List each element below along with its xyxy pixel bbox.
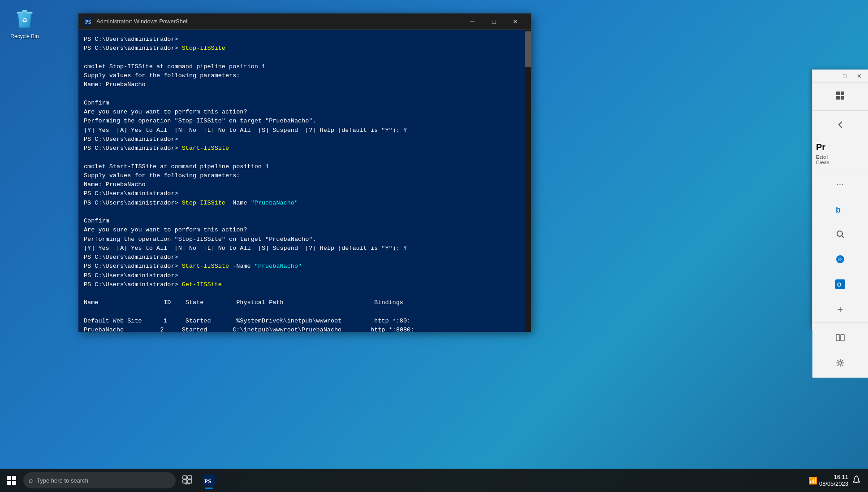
browser-settings-icon[interactable] bbox=[830, 353, 851, 373]
taskbar-sys-icons: 📶 bbox=[808, 476, 817, 485]
svg-rect-7 bbox=[836, 96, 840, 100]
taskbar-time: 16:11 bbox=[819, 474, 848, 480]
ps-minimize-button[interactable]: ─ bbox=[462, 14, 483, 29]
taskbar-search-text: Type here to search bbox=[37, 477, 88, 484]
svg-point-18 bbox=[839, 361, 842, 364]
svg-rect-20 bbox=[188, 476, 192, 479]
browser-search-icon[interactable] bbox=[830, 224, 851, 244]
taskbar-date: 08/05/2023 bbox=[819, 480, 848, 487]
svg-rect-19 bbox=[183, 476, 187, 479]
recycle-bin-icon[interactable]: ♻ Recycle Bin bbox=[7, 4, 43, 39]
ps-close-button[interactable]: ✕ bbox=[505, 14, 526, 29]
browser-panel-title: Pr bbox=[816, 142, 864, 152]
svg-rect-8 bbox=[841, 96, 844, 100]
browser-copilot-icon[interactable]: ∞ bbox=[830, 249, 851, 270]
browser-sidebar-collections[interactable] bbox=[830, 85, 851, 106]
powershell-window: PS Administrator: Windows PowerShell ─ □… bbox=[78, 13, 531, 332]
ps-scrollbar-thumb[interactable] bbox=[525, 31, 531, 67]
svg-rect-5 bbox=[836, 91, 840, 95]
svg-rect-16 bbox=[836, 335, 840, 341]
browser-window: □ ✕ bbox=[812, 70, 868, 330]
browser-outlook-icon[interactable]: O bbox=[830, 274, 851, 295]
browser-maximize-button[interactable]: □ bbox=[838, 70, 851, 82]
taskbar-clock[interactable]: 16:11 08/05/2023 bbox=[819, 474, 848, 487]
taskbar-powershell-app[interactable]: PS bbox=[199, 470, 219, 490]
svg-line-11 bbox=[842, 236, 844, 238]
start-button[interactable] bbox=[2, 470, 22, 490]
svg-text:O: O bbox=[837, 282, 841, 288]
taskbar-apps: PS bbox=[199, 470, 805, 490]
ps-scrollbar[interactable] bbox=[525, 30, 531, 332]
notification-center-button[interactable] bbox=[850, 473, 863, 488]
svg-rect-17 bbox=[841, 335, 844, 341]
ps-content: PS C:\Users\administrador> PS C:\Users\a… bbox=[80, 33, 529, 332]
browser-panel-subtext: Esto i bbox=[816, 154, 864, 160]
svg-rect-1 bbox=[22, 10, 27, 12]
network-icon[interactable]: 📶 bbox=[808, 476, 817, 485]
ps-maximize-button[interactable]: □ bbox=[484, 14, 504, 29]
desktop: ♻ Recycle Bin PS Administrator: Windows … bbox=[0, 0, 868, 492]
taskbar: ⌕ Type here to search PS bbox=[0, 469, 868, 492]
svg-rect-6 bbox=[841, 91, 844, 95]
taskbar-search[interactable]: ⌕ Type here to search bbox=[23, 472, 176, 488]
taskbar-search-icon: ⌕ bbox=[29, 476, 33, 484]
task-view-button[interactable] bbox=[177, 470, 197, 490]
recycle-bin-label: Recycle Bin bbox=[10, 33, 39, 39]
svg-rect-22 bbox=[188, 480, 192, 483]
svg-text:b: b bbox=[836, 205, 841, 214]
svg-text:PS: PS bbox=[204, 478, 211, 484]
svg-text:♻: ♻ bbox=[22, 17, 28, 24]
ps-window-controls: ─ □ ✕ bbox=[462, 14, 526, 29]
browser-titlebar: □ ✕ bbox=[812, 70, 868, 82]
browser-more-icon[interactable]: ··· bbox=[830, 174, 851, 194]
task-view-icon bbox=[182, 475, 192, 485]
svg-rect-21 bbox=[183, 480, 187, 483]
taskbar-system-tray: 📶 16:11 08/05/2023 bbox=[805, 473, 866, 488]
browser-bing-icon[interactable]: b bbox=[830, 199, 851, 219]
windows-logo bbox=[7, 476, 16, 485]
browser-split-screen-icon[interactable] bbox=[830, 327, 851, 348]
browser-back-button[interactable] bbox=[830, 114, 851, 135]
svg-text:PS: PS bbox=[85, 19, 91, 25]
browser-panel-extra: Crean bbox=[816, 160, 864, 165]
browser-add-icon[interactable]: + bbox=[830, 299, 851, 320]
recycle-bin-svg: ♻ bbox=[11, 4, 38, 31]
ps-titlebar: PS Administrator: Windows PowerShell ─ □… bbox=[78, 13, 531, 30]
browser-sidebar: Pr Esto i Crean ··· b bbox=[812, 82, 868, 378]
svg-text:∞: ∞ bbox=[838, 256, 842, 262]
ps-title: Administrator: Windows PowerShell bbox=[96, 18, 462, 25]
ps-body[interactable]: PS C:\Users\administrador> PS C:\Users\a… bbox=[78, 30, 531, 332]
ps-titlebar-icon: PS bbox=[84, 17, 93, 26]
browser-panel-content: Pr Esto i Crean bbox=[812, 139, 868, 169]
browser-close-button[interactable]: ✕ bbox=[853, 70, 865, 82]
